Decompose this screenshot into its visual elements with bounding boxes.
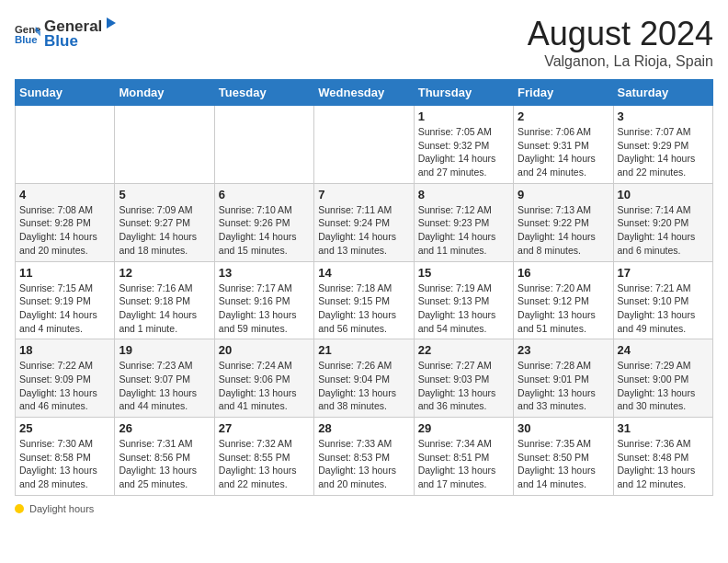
day-number: 20 [219, 343, 310, 357]
day-info: Sunrise: 7:27 AM Sunset: 9:03 PM Dayligh… [418, 359, 509, 413]
day-info: Sunrise: 7:06 AM Sunset: 9:31 PM Dayligh… [518, 125, 609, 179]
day-info: Sunrise: 7:09 AM Sunset: 9:27 PM Dayligh… [119, 203, 210, 258]
calendar-weekday-monday: Monday [115, 80, 214, 106]
calendar-cell: 15Sunrise: 7:19 AM Sunset: 9:13 PM Dayli… [414, 261, 513, 339]
day-number: 26 [119, 421, 210, 435]
day-info: Sunrise: 7:05 AM Sunset: 9:32 PM Dayligh… [418, 125, 509, 179]
calendar-weekday-thursday: Thursday [414, 80, 513, 106]
day-number: 12 [119, 266, 210, 280]
calendar-cell: 23Sunrise: 7:28 AM Sunset: 9:01 PM Dayli… [514, 339, 613, 418]
day-info: Sunrise: 7:17 AM Sunset: 9:16 PM Dayligh… [219, 282, 310, 336]
logo-arrow-icon [103, 15, 119, 31]
calendar-cell: 22Sunrise: 7:27 AM Sunset: 9:03 PM Dayli… [414, 339, 513, 418]
day-info: Sunrise: 7:21 AM Sunset: 9:10 PM Dayligh… [618, 282, 709, 336]
day-number: 2 [518, 109, 609, 123]
day-number: 22 [418, 343, 509, 357]
calendar-cell: 14Sunrise: 7:18 AM Sunset: 9:15 PM Dayli… [314, 261, 414, 339]
calendar-cell [16, 106, 115, 184]
calendar-cell: 3Sunrise: 7:07 AM Sunset: 9:29 PM Daylig… [613, 106, 712, 184]
day-number: 6 [219, 188, 310, 201]
calendar-cell: 11Sunrise: 7:15 AM Sunset: 9:19 PM Dayli… [16, 261, 115, 339]
day-info: Sunrise: 7:29 AM Sunset: 9:00 PM Dayligh… [618, 359, 709, 413]
generalblue-logo-icon: General Blue [15, 20, 40, 46]
calendar-week-row: 25Sunrise: 7:30 AM Sunset: 8:58 PM Dayli… [16, 418, 713, 496]
page-header: General Blue General Blue August 2024 Va… [15, 15, 713, 70]
day-info: Sunrise: 7:35 AM Sunset: 8:50 PM Dayligh… [518, 437, 609, 491]
day-number: 3 [618, 109, 709, 123]
calendar-cell: 9Sunrise: 7:13 AM Sunset: 9:22 PM Daylig… [514, 183, 613, 261]
calendar-cell: 1Sunrise: 7:05 AM Sunset: 9:32 PM Daylig… [414, 106, 513, 184]
day-number: 31 [618, 421, 709, 435]
day-number: 23 [518, 343, 609, 357]
calendar-week-row: 1Sunrise: 7:05 AM Sunset: 9:32 PM Daylig… [16, 106, 713, 184]
day-info: Sunrise: 7:32 AM Sunset: 8:55 PM Dayligh… [219, 437, 310, 491]
day-info: Sunrise: 7:33 AM Sunset: 8:53 PM Dayligh… [318, 437, 409, 491]
calendar-cell: 4Sunrise: 7:08 AM Sunset: 9:28 PM Daylig… [16, 183, 115, 261]
day-info: Sunrise: 7:31 AM Sunset: 8:56 PM Dayligh… [119, 437, 210, 491]
calendar-cell: 19Sunrise: 7:23 AM Sunset: 9:07 PM Dayli… [115, 339, 214, 418]
calendar-cell: 2Sunrise: 7:06 AM Sunset: 9:31 PM Daylig… [514, 106, 613, 184]
day-number: 1 [418, 109, 509, 123]
calendar-cell: 24Sunrise: 7:29 AM Sunset: 9:00 PM Dayli… [613, 339, 712, 418]
calendar-cell: 18Sunrise: 7:22 AM Sunset: 9:09 PM Dayli… [16, 339, 115, 418]
day-number: 18 [19, 343, 110, 357]
day-number: 25 [19, 421, 110, 435]
calendar-cell: 5Sunrise: 7:09 AM Sunset: 9:27 PM Daylig… [115, 183, 214, 261]
day-info: Sunrise: 7:23 AM Sunset: 9:07 PM Dayligh… [119, 359, 210, 413]
calendar-cell [115, 106, 214, 184]
day-info: Sunrise: 7:26 AM Sunset: 9:04 PM Dayligh… [318, 359, 409, 413]
calendar-cell: 31Sunrise: 7:36 AM Sunset: 8:48 PM Dayli… [613, 418, 712, 496]
calendar-cell: 30Sunrise: 7:35 AM Sunset: 8:50 PM Dayli… [514, 418, 613, 496]
calendar-footer: Daylight hours [15, 503, 713, 514]
day-number: 30 [518, 421, 609, 435]
day-number: 27 [219, 421, 310, 435]
calendar-cell: 21Sunrise: 7:26 AM Sunset: 9:04 PM Dayli… [314, 339, 414, 418]
daylight-label: Daylight hours [29, 503, 94, 514]
calendar-cell: 28Sunrise: 7:33 AM Sunset: 8:53 PM Dayli… [314, 418, 414, 496]
day-info: Sunrise: 7:14 AM Sunset: 9:20 PM Dayligh… [618, 203, 709, 258]
calendar-cell: 26Sunrise: 7:31 AM Sunset: 8:56 PM Dayli… [115, 418, 214, 496]
calendar-cell: 7Sunrise: 7:11 AM Sunset: 9:24 PM Daylig… [314, 183, 414, 261]
calendar-cell: 17Sunrise: 7:21 AM Sunset: 9:10 PM Dayli… [613, 261, 712, 339]
day-info: Sunrise: 7:36 AM Sunset: 8:48 PM Dayligh… [618, 437, 709, 491]
calendar-header-row: SundayMondayTuesdayWednesdayThursdayFrid… [16, 80, 713, 106]
day-number: 19 [119, 343, 210, 357]
day-info: Sunrise: 7:11 AM Sunset: 9:24 PM Dayligh… [318, 203, 409, 258]
calendar-cell: 12Sunrise: 7:16 AM Sunset: 9:18 PM Dayli… [115, 261, 214, 339]
calendar-cell: 27Sunrise: 7:32 AM Sunset: 8:55 PM Dayli… [214, 418, 313, 496]
month-year-title: August 2024 [528, 15, 713, 53]
day-info: Sunrise: 7:16 AM Sunset: 9:18 PM Dayligh… [119, 282, 210, 336]
calendar-cell: 16Sunrise: 7:20 AM Sunset: 9:12 PM Dayli… [514, 261, 613, 339]
location-subtitle: Valganon, La Rioja, Spain [528, 53, 713, 70]
day-number: 14 [318, 266, 409, 280]
day-number: 4 [19, 188, 110, 201]
day-info: Sunrise: 7:24 AM Sunset: 9:06 PM Dayligh… [219, 359, 310, 413]
day-info: Sunrise: 7:20 AM Sunset: 9:12 PM Dayligh… [518, 282, 609, 336]
calendar-cell: 20Sunrise: 7:24 AM Sunset: 9:06 PM Dayli… [214, 339, 313, 418]
calendar-cell: 13Sunrise: 7:17 AM Sunset: 9:16 PM Dayli… [214, 261, 313, 339]
day-info: Sunrise: 7:12 AM Sunset: 9:23 PM Dayligh… [418, 203, 509, 258]
day-number: 24 [618, 343, 709, 357]
calendar-cell: 25Sunrise: 7:30 AM Sunset: 8:58 PM Dayli… [16, 418, 115, 496]
day-number: 13 [219, 266, 310, 280]
day-number: 15 [418, 266, 509, 280]
day-info: Sunrise: 7:30 AM Sunset: 8:58 PM Dayligh… [19, 437, 110, 491]
logo: General Blue General Blue [15, 15, 119, 51]
day-number: 5 [119, 188, 210, 201]
calendar-weekday-tuesday: Tuesday [214, 80, 313, 106]
day-info: Sunrise: 7:08 AM Sunset: 9:28 PM Dayligh… [19, 203, 110, 258]
day-info: Sunrise: 7:15 AM Sunset: 9:19 PM Dayligh… [19, 282, 110, 336]
calendar-weekday-sunday: Sunday [16, 80, 115, 106]
day-number: 28 [318, 421, 409, 435]
day-info: Sunrise: 7:07 AM Sunset: 9:29 PM Dayligh… [618, 125, 709, 179]
svg-text:Blue: Blue [15, 33, 38, 44]
calendar-cell [314, 106, 414, 184]
calendar-cell [214, 106, 313, 184]
day-number: 21 [318, 343, 409, 357]
day-number: 11 [19, 266, 110, 280]
calendar-cell: 29Sunrise: 7:34 AM Sunset: 8:51 PM Dayli… [414, 418, 513, 496]
svg-marker-4 [107, 17, 116, 29]
day-number: 29 [418, 421, 509, 435]
calendar-cell: 10Sunrise: 7:14 AM Sunset: 9:20 PM Dayli… [613, 183, 712, 261]
day-info: Sunrise: 7:19 AM Sunset: 9:13 PM Dayligh… [418, 282, 509, 336]
